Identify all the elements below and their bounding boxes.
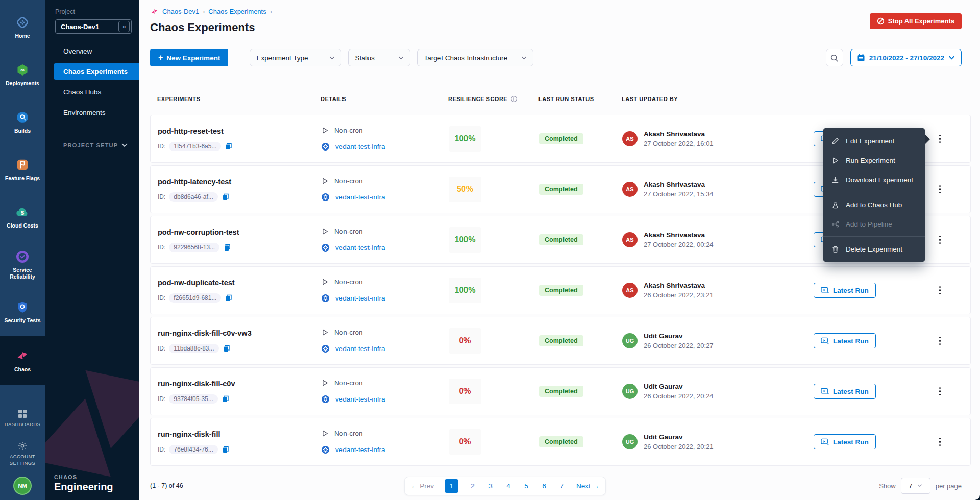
copy-icon[interactable] [225, 142, 233, 151]
table-row[interactable]: run-nginx-disk-fill-c0v ID: 93784f05-35.… [150, 367, 971, 415]
sidebar-item-deployments[interactable]: ∞ Deployments [0, 52, 45, 99]
page-number[interactable]: 5 [523, 482, 530, 490]
latest-run-button[interactable]: Latest Run [814, 434, 876, 449]
chaos-watermark [45, 288, 139, 500]
page-number[interactable]: 2 [469, 482, 476, 490]
target-infrastructure-filter[interactable]: Target Chaos Infrastructure [417, 49, 533, 66]
copy-icon[interactable] [225, 294, 233, 302]
nav-item-overview[interactable]: Overview [45, 43, 139, 59]
menu-item-run-experiment[interactable]: Run Experiment [823, 151, 925, 170]
infrastructure-link[interactable]: vedant-test-infra [335, 395, 385, 403]
row-menu-kebab-icon[interactable] [936, 384, 944, 399]
sidebar-item-home[interactable]: Home [0, 4, 45, 52]
latest-run-button[interactable]: Latest Run [814, 384, 876, 399]
security-tests-icon [16, 301, 29, 314]
latest-run-button[interactable]: Latest Run [814, 333, 876, 348]
nav-item-environments[interactable]: Environments [45, 104, 139, 120]
schedule-type: Non-cron [334, 430, 363, 437]
new-experiment-button[interactable]: + New Experiment [150, 49, 228, 66]
sidebar-item-service-reliability[interactable]: Service Reliability [0, 241, 45, 289]
calendar-icon [857, 54, 865, 62]
schedule-type: Non-cron [334, 228, 363, 235]
copy-icon[interactable] [222, 395, 230, 403]
main-content: Chaos-Dev1 › Chaos Experiments › Chaos E… [139, 0, 980, 500]
menu-item-add-to-chaos-hub[interactable]: Add to Chaos Hub [823, 195, 925, 214]
infrastructure-link[interactable]: vedant-test-infra [335, 193, 385, 201]
updated-date: 26 October 2022, 20:24 [644, 392, 714, 400]
user-name: Udit Gaurav [644, 332, 714, 340]
breadcrumb-project-link[interactable]: Chaos-Dev1 [162, 8, 199, 15]
infrastructure-link[interactable]: vedant-test-infra [335, 446, 385, 454]
infrastructure-link[interactable]: vedant-test-infra [335, 143, 385, 151]
resilience-score: 0% [449, 429, 481, 455]
sidebar-item-security-tests[interactable]: Security Tests [0, 289, 45, 336]
date-range-picker[interactable]: 21/10/2022 - 27/10/2022 [850, 49, 962, 66]
sidebar-item-account-settings[interactable]: ACCOUNT SETTINGS [5, 441, 40, 466]
page-title: Chaos Experiments [150, 21, 962, 34]
latest-run-button[interactable]: Latest Run [814, 283, 876, 298]
trash-icon [831, 245, 839, 253]
menu-item-delete-experiment[interactable]: Delete Experiment [823, 239, 925, 259]
chaos-breadcrumb-icon [150, 7, 159, 16]
chevron-down-icon [917, 484, 922, 487]
status-filter[interactable]: Status [348, 49, 410, 66]
page-number[interactable]: 3 [487, 482, 494, 490]
table-row[interactable]: pod-nw-duplicate-test ID: f26651d9-681..… [150, 266, 971, 314]
menu-divider [823, 236, 925, 237]
sidebar-item-chaos[interactable]: Chaos [0, 336, 45, 385]
kubernetes-icon [321, 344, 330, 353]
copy-icon[interactable] [223, 243, 231, 252]
nav-item-chaos-experiments[interactable]: Chaos Experiments [54, 63, 139, 80]
row-menu-kebab-icon[interactable] [936, 283, 944, 298]
pagination-footer: (1 - 7) of 46 ← Prev 1 2 3 4 5 6 7 Next … [139, 474, 980, 500]
experiment-id: 93784f05-35... [169, 394, 217, 404]
menu-item-edit-experiment[interactable]: Edit Experiment [823, 131, 925, 151]
project-selector[interactable]: Chaos-Dev1 » [55, 19, 132, 34]
page-number[interactable]: 7 [558, 482, 566, 490]
page-number[interactable]: 1 [445, 479, 458, 493]
experiment-id: db8d6a46-af... [169, 192, 217, 202]
prev-page-button[interactable]: ← Prev [411, 482, 434, 490]
row-menu-kebab-icon[interactable] [936, 435, 944, 449]
column-last-updated-by: LAST UPDATED BY [615, 96, 806, 102]
play-icon [831, 157, 839, 164]
stop-all-experiments-button[interactable]: Stop All Experiments [870, 13, 962, 29]
infrastructure-link[interactable]: vedant-test-infra [335, 294, 385, 302]
sidebar-item-feature-flags[interactable]: Feature Flags [0, 146, 45, 194]
collapse-nav-button[interactable]: » [118, 21, 130, 32]
row-menu-kebab-icon[interactable] [936, 132, 944, 146]
user-avatar[interactable]: NM [14, 478, 31, 494]
project-setup-section[interactable]: PROJECT SETUP [45, 132, 139, 148]
infrastructure-link[interactable]: vedant-test-infra [335, 345, 385, 353]
svg-text:∞: ∞ [20, 67, 24, 73]
page-size-controls: Show 7 per page [879, 478, 962, 494]
next-page-button[interactable]: Next → [576, 482, 599, 490]
table-row[interactable]: run-nginx-disk-fill-c0v-vw3 ID: 11bda88c… [150, 317, 971, 365]
search-button[interactable] [826, 49, 843, 66]
plus-icon: + [158, 53, 163, 62]
user-name: Akash Shrivastava [644, 282, 714, 289]
sidebar-item-cloud-costs[interactable]: $ Cloud Costs [0, 194, 45, 241]
row-menu-kebab-icon[interactable] [936, 182, 944, 197]
service-reliability-icon [16, 250, 29, 263]
page-size-select[interactable]: 7 [901, 478, 930, 494]
copy-icon[interactable] [222, 193, 230, 201]
breadcrumb-page-link[interactable]: Chaos Experiments [208, 8, 266, 15]
menu-item-download-experiment[interactable]: Download Experiment [823, 170, 925, 189]
page-number[interactable]: 6 [541, 482, 548, 490]
context-menu-arrow [925, 134, 930, 144]
experiment-type-filter[interactable]: Experiment Type [250, 49, 341, 66]
row-menu-kebab-icon[interactable] [936, 233, 944, 247]
infrastructure-link[interactable]: vedant-test-infra [335, 244, 385, 252]
kubernetes-icon [321, 294, 330, 303]
sidebar-item-dashboards[interactable]: DASHBOARDS [5, 409, 41, 428]
sidebar-item-builds[interactable]: Builds [0, 99, 45, 146]
page-number[interactable]: 4 [505, 482, 512, 490]
module-brand: CHAOS Engineering [45, 474, 139, 500]
row-menu-kebab-icon[interactable] [936, 334, 944, 348]
nav-item-chaos-hubs[interactable]: Chaos Hubs [45, 84, 139, 100]
table-row[interactable]: run-nginx-disk-fill ID: 76e8f434-76... N… [150, 418, 971, 466]
copy-icon[interactable] [222, 445, 230, 454]
copy-icon[interactable] [223, 344, 231, 353]
info-icon[interactable] [510, 95, 518, 103]
